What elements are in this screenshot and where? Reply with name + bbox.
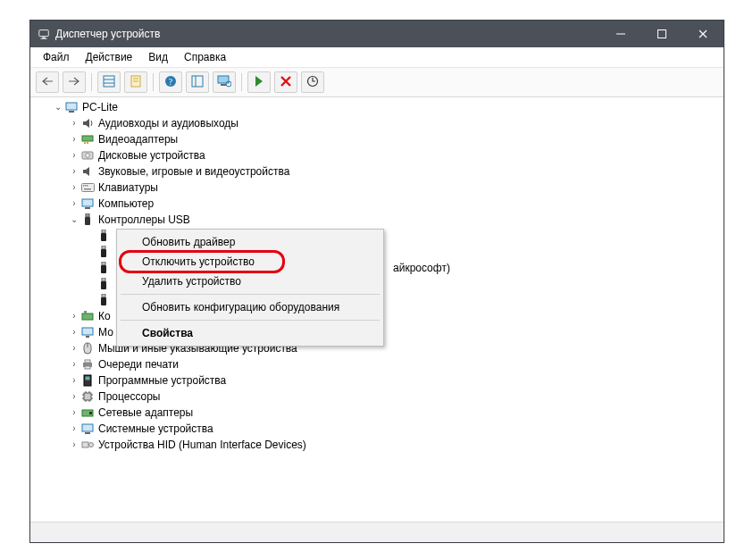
category-label: Процессоры [98, 389, 161, 405]
storage-controller-icon [80, 309, 95, 323]
category-label: Видеоадаптеры [98, 131, 178, 147]
category-label: Системные устройства [98, 421, 213, 437]
uninstall-button[interactable] [274, 71, 297, 93]
svg-rect-45 [82, 313, 93, 320]
usb-plug-icon [96, 293, 111, 307]
ctx-separator [121, 320, 380, 321]
svg-rect-55 [84, 393, 91, 400]
category-audio[interactable]: › Аудиовходы и аудиовыходы [36, 115, 718, 131]
svg-rect-48 [86, 336, 89, 338]
ctx-properties[interactable]: Свойства [119, 323, 381, 343]
chevron-right-icon[interactable]: › [68, 147, 80, 163]
chevron-right-icon[interactable]: › [68, 340, 80, 356]
statusbar [30, 522, 724, 542]
chevron-right-icon[interactable]: › [68, 421, 80, 437]
svg-rect-22 [84, 142, 86, 144]
svg-rect-39 [102, 262, 105, 265]
chevron-down-icon[interactable]: ⌄ [52, 99, 64, 115]
svg-rect-23 [87, 142, 88, 144]
ctx-scan-hardware[interactable]: Обновить конфигурацию оборудования [119, 297, 381, 317]
svg-rect-3 [616, 34, 625, 35]
category-label: Звуковые, игровые и видеоустройства [98, 163, 289, 180]
svg-point-69 [89, 443, 94, 447]
chevron-down-icon[interactable]: ⌄ [68, 212, 80, 228]
scan-hardware-button[interactable] [213, 71, 236, 93]
monitor-scan-icon [217, 75, 231, 90]
ctx-disable-device[interactable]: Отключить устройство [119, 252, 381, 272]
category-usb-controllers[interactable]: ⌄ Контроллеры USB [36, 212, 718, 228]
sound-icon [80, 164, 95, 179]
toolbar: ? [30, 68, 724, 97]
category-label: Очереди печати [98, 356, 179, 372]
category-label: Клавиатуры [98, 180, 158, 196]
tree-root[interactable]: ⌄ PC-Lite [36, 99, 718, 115]
usb-plug-icon [96, 229, 111, 243]
hid-icon [80, 438, 95, 452]
category-disk[interactable]: › Дисковые устройства [36, 147, 718, 163]
menu-action[interactable]: Действие [79, 49, 140, 67]
properties-icon [130, 75, 142, 90]
window-title: Диспетчер устройств [55, 28, 160, 40]
ctx-uninstall-device[interactable]: Удалить устройство [119, 272, 381, 291]
chevron-right-icon[interactable]: › [68, 356, 80, 372]
chevron-right-icon[interactable]: › [68, 115, 80, 131]
svg-rect-2 [41, 38, 47, 39]
menu-help[interactable]: Справка [177, 49, 233, 67]
chevron-right-icon[interactable]: › [68, 324, 80, 340]
close-button[interactable] [682, 21, 724, 47]
category-computer[interactable]: › Компьютер [36, 196, 718, 212]
menu-file[interactable]: Файл [36, 49, 77, 67]
display-adapter-icon [80, 132, 95, 146]
category-software-devices[interactable]: › Программные устройства [36, 372, 718, 389]
forward-button[interactable] [63, 71, 86, 93]
view-button[interactable] [186, 71, 209, 93]
network-adapter-icon [80, 405, 95, 420]
svg-rect-44 [101, 297, 106, 305]
chevron-right-icon[interactable]: › [68, 196, 80, 212]
chevron-right-icon[interactable]: › [68, 180, 80, 196]
svg-rect-51 [85, 360, 90, 363]
chevron-right-icon[interactable]: › [68, 308, 80, 324]
category-print-queues[interactable]: › Очереди печати [36, 356, 718, 372]
properties-button[interactable] [124, 71, 147, 93]
category-processors[interactable]: › Процессоры [36, 389, 718, 405]
svg-rect-0 [39, 30, 49, 37]
ctx-update-driver[interactable]: Обновить драйвер [119, 232, 381, 252]
chevron-right-icon[interactable]: › [68, 372, 80, 389]
chevron-right-icon[interactable]: › [68, 437, 80, 453]
category-display[interactable]: › Видеоадаптеры [36, 131, 718, 147]
svg-rect-27 [83, 185, 85, 187]
svg-rect-19 [66, 103, 77, 110]
enable-button[interactable] [247, 71, 271, 93]
category-network[interactable]: › Сетевые адаптеры [36, 405, 718, 421]
chevron-right-icon[interactable]: › [68, 389, 80, 405]
update-icon [306, 75, 319, 90]
chevron-right-icon[interactable]: › [68, 405, 80, 421]
show-hidden-button[interactable] [97, 71, 121, 93]
chevron-right-icon[interactable]: › [68, 163, 80, 180]
titlebar[interactable]: Диспетчер устройств [30, 21, 724, 47]
enable-icon [253, 75, 265, 90]
menu-view[interactable]: Вид [141, 49, 175, 67]
computer-icon [64, 100, 79, 114]
back-button[interactable] [36, 71, 59, 93]
audio-io-icon [80, 116, 95, 130]
update-driver-button[interactable] [301, 71, 324, 93]
category-system[interactable]: › Системные устройства [36, 421, 718, 437]
category-sound[interactable]: › Звуковые, игровые и видеоустройства [36, 163, 718, 180]
category-keyboard[interactable]: › Клавиатуры [36, 180, 718, 196]
svg-rect-36 [101, 233, 106, 241]
help-button[interactable]: ? [159, 71, 182, 93]
svg-rect-28 [85, 185, 87, 187]
usb-plug-icon [96, 261, 111, 275]
svg-rect-54 [86, 377, 90, 380]
minimize-button[interactable] [600, 21, 641, 47]
maximize-button[interactable] [641, 21, 682, 47]
svg-rect-47 [82, 328, 93, 335]
svg-rect-46 [84, 311, 87, 313]
software-device-icon [80, 373, 95, 388]
svg-rect-1 [42, 38, 46, 38]
keyboard-icon [80, 180, 95, 195]
chevron-right-icon[interactable]: › [68, 131, 80, 147]
category-hid[interactable]: › Устройства HID (Human Interface Device… [36, 437, 718, 453]
